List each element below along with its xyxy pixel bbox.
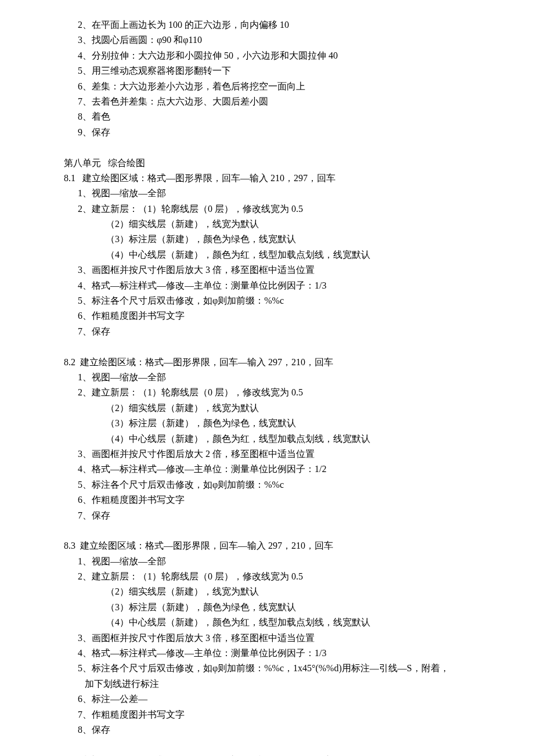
list-item: 2、建立新层：（1）轮廓线层（0 层），修改线宽为 0.5 (64, 569, 470, 584)
list-item: （4）中心线层（新建），颜色为红，线型加载点划线，线宽默认 (64, 247, 470, 262)
list-item: 1、视图—缩放—全部 (64, 554, 470, 569)
list-item: 4、格式—标注样式—修改—主单位：测量单位比例因子：1/3 (64, 278, 470, 293)
list-item: 4、格式—标注样式—修改—主单位：测量单位比例因子：1/2 (64, 462, 470, 477)
list-item: （3）标注层（新建），颜色为绿色，线宽默认 (64, 416, 470, 431)
unit8-title: 第八单元 综合绘图 (64, 156, 470, 171)
blank-line (64, 523, 470, 538)
list-item: 5、用三维动态观察器将图形翻转一下 (64, 63, 470, 78)
list-item: 5、标注各个尺寸后双击修改，如φ则加前缀：%%c (64, 293, 470, 308)
document-page: 2、在平面上画边长为 100 的正六边形，向内偏移 10 3、找圆心后画圆：φ9… (0, 0, 534, 756)
list-item: 8、保存 (64, 722, 470, 737)
list-item: 9、保存 (64, 125, 470, 140)
list-item: （4）中心线层（新建），颜色为红，线型加载点划线，线宽默认 (64, 431, 470, 447)
list-item: 8、着色 (64, 109, 470, 124)
list-item: （2）细实线层（新建），线宽为默认 (64, 584, 470, 599)
list-item: 加下划线进行标注 (64, 676, 470, 692)
list-item: （3）标注层（新建），颜色为绿色，线宽默认 (64, 232, 470, 247)
blank-line (64, 737, 470, 753)
section-8-2-heading: 8.2 建立绘图区域：格式—图形界限，回车—输入 297，210，回车 (64, 355, 470, 370)
list-item: 3、画图框并按尺寸作图后放大 3 倍，移至图框中适当位置 (64, 262, 470, 278)
list-item: 6、作粗糙度图并书写文字 (64, 492, 470, 507)
list-item: （2）细实线层（新建），线宽为默认 (64, 217, 470, 232)
blank-line (64, 339, 470, 354)
list-item: （4）中心线层（新建），颜色为红，线型加载点划线，线宽默认 (64, 615, 470, 630)
section-8-3-heading: 8.3 建立绘图区域：格式—图形界限，回车—输入 297，210，回车 (64, 538, 470, 553)
list-item: 4、格式—标注样式—修改—主单位：测量单位比例因子：1/3 (64, 646, 470, 661)
unit7-continuation: 2、在平面上画边长为 100 的正六边形，向内偏移 10 3、找圆心后画圆：φ9… (64, 17, 470, 140)
list-item: 6、标注—公差— (64, 692, 470, 707)
list-item: 6、差集：大六边形差小六边形，着色后将挖空一面向上 (64, 79, 470, 94)
section-8-4-heading: 8.4 建立绘图区域：格式—图形界限，回车—输入 297，210，回车 (64, 753, 470, 756)
list-item: 6、作粗糙度图并书写文字 (64, 308, 470, 323)
list-item: 2、建立新层：（1）轮廓线层（0 层），修改线宽为 0.5 (64, 385, 470, 400)
list-item: 3、找圆心后画圆：φ90 和φ110 (64, 33, 470, 48)
list-item: 7、作粗糙度图并书写文字 (64, 707, 470, 722)
list-item: 7、去着色并差集：点大六边形、大圆后差小圆 (64, 94, 470, 109)
list-item: （2）细实线层（新建），线宽为默认 (64, 401, 470, 416)
list-item: 1、视图—缩放—全部 (64, 370, 470, 385)
list-item: 2、在平面上画边长为 100 的正六边形，向内偏移 10 (64, 17, 470, 33)
list-item: 3、画图框并按尺寸作图后放大 2 倍，移至图框中适当位置 (64, 447, 470, 462)
section-8-1-items: 1、视图—缩放—全部 2、建立新层：（1）轮廓线层（0 层），修改线宽为 0.5… (64, 186, 470, 339)
list-item: 2、建立新层：（1）轮廓线层（0 层），修改线宽为 0.5 (64, 201, 470, 217)
section-8-3-items: 1、视图—缩放—全部 2、建立新层：（1）轮廓线层（0 层），修改线宽为 0.5… (64, 554, 470, 738)
list-item: 3、画图框并按尺寸作图后放大 3 倍，移至图框中适当位置 (64, 631, 470, 646)
list-item: 5、标注各个尺寸后双击修改，如φ则加前缀：%%c，1x45°(%%d)用标注—引… (64, 661, 470, 676)
section-8-2-items: 1、视图—缩放—全部 2、建立新层：（1）轮廓线层（0 层），修改线宽为 0.5… (64, 370, 470, 523)
list-item: 4、分别拉伸：大六边形和小圆拉伸 50，小六边形和大圆拉伸 40 (64, 48, 470, 63)
blank-line (64, 140, 470, 155)
list-item: 5、标注各个尺寸后双击修改，如φ则加前缀：%%c (64, 477, 470, 492)
list-item: （3）标注层（新建），颜色为绿色，线宽默认 (64, 600, 470, 615)
section-8-1-heading: 8.1 建立绘图区域：格式—图形界限，回车—输入 210，297，回车 (64, 171, 470, 186)
list-item: 1、视图—缩放—全部 (64, 186, 470, 201)
list-item: 7、保存 (64, 508, 470, 523)
list-item: 7、保存 (64, 324, 470, 339)
